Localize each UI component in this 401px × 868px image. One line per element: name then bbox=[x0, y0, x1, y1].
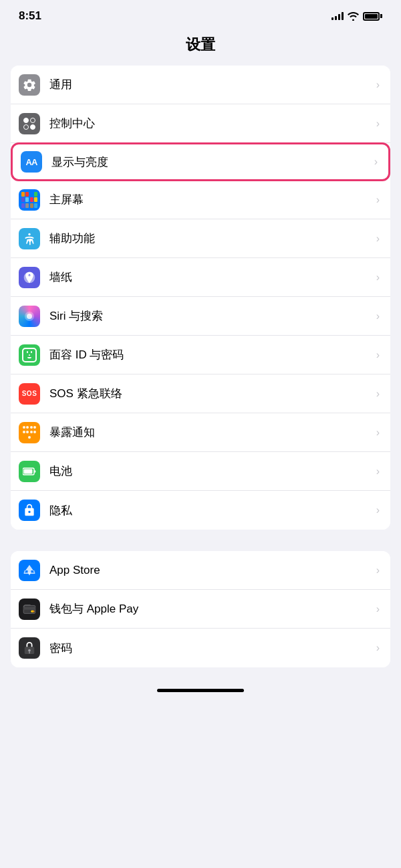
home-screen-icon bbox=[19, 189, 40, 211]
status-time: 8:51 bbox=[19, 9, 41, 23]
settings-item-face-id[interactable]: 面容 ID 与密码 › bbox=[11, 336, 390, 374]
settings-group-1: 通用 › 控制中心 › AA 显示与亮度 › bbox=[11, 66, 390, 530]
page-title: 设置 bbox=[0, 35, 401, 55]
sos-chevron: › bbox=[376, 388, 380, 400]
settings-item-general[interactable]: 通用 › bbox=[11, 66, 390, 104]
siri-chevron: › bbox=[376, 310, 380, 322]
status-bar: 8:51 bbox=[0, 0, 401, 29]
sos-icon: SOS bbox=[19, 383, 40, 405]
passwords-icon bbox=[19, 637, 40, 659]
home-screen-chevron: › bbox=[376, 194, 380, 206]
wallpaper-icon bbox=[19, 267, 40, 288]
display-icon: AA bbox=[21, 151, 42, 173]
wallet-chevron: › bbox=[376, 603, 380, 615]
settings-item-battery[interactable]: 电池 › bbox=[11, 452, 390, 491]
battery-icon bbox=[363, 12, 382, 21]
svg-rect-5 bbox=[23, 607, 35, 609]
exposure-icon bbox=[19, 422, 40, 443]
face-id-icon bbox=[19, 344, 40, 366]
face-id-label: 面容 ID 与密码 bbox=[49, 347, 374, 362]
wallpaper-chevron: › bbox=[376, 272, 380, 284]
wallet-icon bbox=[19, 599, 40, 620]
home-indicator bbox=[157, 689, 244, 692]
control-center-chevron: › bbox=[376, 118, 380, 130]
passwords-chevron: › bbox=[376, 642, 380, 654]
wallet-label: 钱包与 Apple Pay bbox=[49, 601, 374, 617]
control-center-label: 控制中心 bbox=[49, 116, 374, 131]
app-store-icon bbox=[19, 560, 40, 581]
status-icons bbox=[331, 12, 382, 21]
page-title-container: 设置 bbox=[0, 29, 401, 66]
settings-item-wallet[interactable]: 钱包与 Apple Pay › bbox=[11, 590, 390, 629]
svg-point-9 bbox=[28, 649, 31, 652]
app-store-chevron: › bbox=[376, 564, 380, 576]
settings-item-passwords[interactable]: 密码 › bbox=[11, 629, 390, 667]
settings-item-app-store[interactable]: App Store › bbox=[11, 551, 390, 590]
wallpaper-label: 墙纸 bbox=[49, 269, 374, 285]
svg-point-7 bbox=[32, 610, 34, 612]
settings-item-exposure[interactable]: 暴露通知 › bbox=[11, 413, 390, 452]
privacy-icon bbox=[19, 500, 40, 521]
home-screen-label: 主屏幕 bbox=[49, 192, 374, 207]
settings-item-wallpaper[interactable]: 墙纸 › bbox=[11, 258, 390, 297]
battery-label: 电池 bbox=[49, 463, 374, 479]
settings-item-home-screen[interactable]: 主屏幕 › bbox=[11, 181, 390, 219]
siri-label: Siri 与搜索 bbox=[49, 308, 374, 324]
svg-point-0 bbox=[28, 233, 30, 235]
battery-chevron: › bbox=[376, 465, 380, 477]
general-icon bbox=[19, 74, 40, 96]
display-label: 显示与亮度 bbox=[51, 154, 372, 170]
accessibility-chevron: › bbox=[376, 233, 380, 245]
exposure-label: 暴露通知 bbox=[49, 425, 374, 440]
settings-item-sos[interactable]: SOS SOS 紧急联络 › bbox=[11, 374, 390, 413]
settings-item-siri[interactable]: Siri 与搜索 › bbox=[11, 297, 390, 336]
accessibility-label: 辅助功能 bbox=[49, 231, 374, 246]
settings-item-accessibility[interactable]: 辅助功能 › bbox=[11, 219, 390, 258]
siri-icon bbox=[19, 306, 40, 327]
sos-label: SOS 紧急联络 bbox=[49, 386, 374, 401]
signal-icon bbox=[331, 12, 344, 20]
privacy-label: 隐私 bbox=[49, 503, 374, 518]
privacy-chevron: › bbox=[376, 504, 380, 516]
exposure-chevron: › bbox=[376, 427, 380, 439]
display-chevron: › bbox=[374, 156, 378, 168]
control-center-icon bbox=[19, 113, 40, 134]
settings-item-control-center[interactable]: 控制中心 › bbox=[11, 104, 390, 143]
face-id-chevron: › bbox=[376, 349, 380, 361]
wifi-icon bbox=[348, 12, 359, 21]
settings-item-privacy[interactable]: 隐私 › bbox=[11, 491, 390, 530]
accessibility-icon bbox=[19, 228, 40, 249]
battery-settings-icon bbox=[19, 461, 40, 482]
general-chevron: › bbox=[376, 79, 380, 91]
general-label: 通用 bbox=[49, 77, 374, 92]
settings-item-display[interactable]: AA 显示与亮度 › bbox=[11, 142, 390, 181]
passwords-label: 密码 bbox=[49, 641, 374, 656]
settings-group-2: App Store › 钱包与 Apple Pay › 密码 bbox=[11, 551, 390, 667]
svg-rect-2 bbox=[24, 469, 33, 473]
app-store-label: App Store bbox=[49, 564, 374, 577]
